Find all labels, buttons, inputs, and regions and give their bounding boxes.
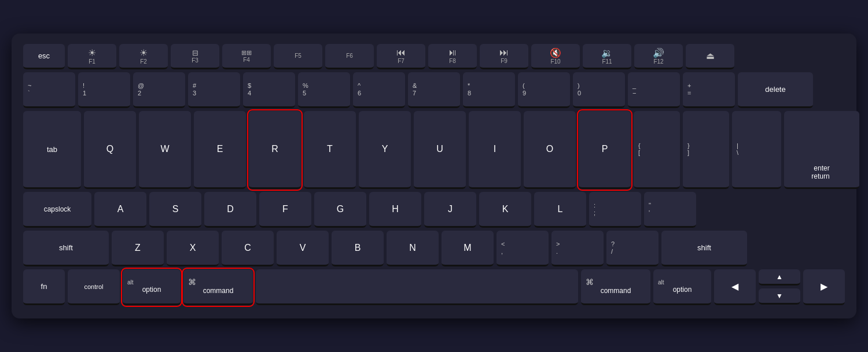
- key-8[interactable]: * 8: [463, 72, 515, 108]
- key-tilde[interactable]: ~ `: [23, 72, 75, 108]
- key-9[interactable]: ( 9: [518, 72, 570, 108]
- key-comma[interactable]: < ,: [496, 231, 549, 266]
- key-equal[interactable]: + =: [683, 72, 735, 108]
- key-v[interactable]: V: [277, 231, 329, 266]
- key-capslock[interactable]: capslock: [23, 192, 91, 228]
- key-f6[interactable]: F6: [325, 44, 374, 69]
- key-l[interactable]: L: [534, 192, 586, 228]
- key-slash[interactable]: ? /: [606, 231, 659, 266]
- key-tab[interactable]: tab: [23, 111, 81, 189]
- key-6[interactable]: ^ 6: [353, 72, 405, 108]
- key-arrow-down[interactable]: ▼: [759, 288, 800, 305]
- key-rbracket[interactable]: } ]: [683, 111, 729, 189]
- key-e[interactable]: E: [194, 111, 246, 189]
- key-m[interactable]: M: [442, 231, 494, 266]
- key-control[interactable]: control: [68, 269, 120, 305]
- key-power[interactable]: ⏏: [686, 44, 734, 69]
- bottom-row: fn control alt option ⌘ command ⌘ comman…: [23, 269, 845, 305]
- key-delete[interactable]: delete: [738, 72, 813, 108]
- key-t[interactable]: T: [304, 111, 356, 189]
- key-j[interactable]: J: [424, 192, 476, 228]
- qwerty-row: tab Q W E R T Y U I O P: [23, 111, 845, 189]
- key-4[interactable]: $ 4: [243, 72, 295, 108]
- key-5[interactable]: % 5: [298, 72, 350, 108]
- key-d[interactable]: D: [204, 192, 256, 228]
- key-3[interactable]: # 3: [188, 72, 240, 108]
- key-f9[interactable]: ⏭ F9: [480, 44, 528, 69]
- key-x[interactable]: X: [167, 231, 219, 266]
- zxcv-row: shift Z X C V B N M < , > .: [23, 231, 845, 266]
- key-7[interactable]: & 7: [408, 72, 460, 108]
- key-z[interactable]: Z: [112, 231, 164, 266]
- key-space[interactable]: [256, 269, 578, 305]
- key-i[interactable]: I: [469, 111, 521, 189]
- key-f[interactable]: F: [259, 192, 311, 228]
- key-r[interactable]: R: [249, 111, 301, 189]
- key-a[interactable]: A: [94, 192, 146, 228]
- key-n[interactable]: N: [387, 231, 439, 266]
- key-g[interactable]: G: [314, 192, 366, 228]
- key-c[interactable]: C: [222, 231, 274, 266]
- key-f11[interactable]: 🔉 F11: [583, 44, 631, 69]
- key-2[interactable]: @ 2: [133, 72, 185, 108]
- key-f10[interactable]: 🔇 F10: [531, 44, 580, 69]
- key-enter[interactable]: enterreturn: [784, 111, 859, 189]
- key-o[interactable]: O: [524, 111, 576, 189]
- key-f2[interactable]: ☀ F2: [119, 44, 168, 69]
- key-arrow-up[interactable]: ▲: [759, 269, 800, 286]
- key-shift-left[interactable]: shift: [23, 231, 109, 266]
- key-k[interactable]: K: [479, 192, 531, 228]
- key-lbracket[interactable]: { [: [634, 111, 680, 189]
- key-f3[interactable]: ⊟ F3: [171, 44, 219, 69]
- key-h[interactable]: H: [369, 192, 421, 228]
- key-minus[interactable]: _ −: [628, 72, 680, 108]
- keyboard: esc ☀ F1 ☀ F2 ⊟ F3 ⊞⊞ F4 F5 F6 ⏮ F7 ⏯: [12, 34, 856, 318]
- asdf-row: capslock A S D F G H J K L : ;: [23, 192, 845, 228]
- key-s[interactable]: S: [149, 192, 201, 228]
- key-f1[interactable]: ☀ F1: [68, 44, 116, 69]
- key-f8[interactable]: ⏯ F8: [428, 44, 477, 69]
- key-option-left[interactable]: alt option: [123, 269, 181, 305]
- key-y[interactable]: Y: [359, 111, 411, 189]
- key-f12[interactable]: 🔊 F12: [634, 44, 683, 69]
- key-command-right[interactable]: ⌘ command: [581, 269, 650, 305]
- key-f4[interactable]: ⊞⊞ F4: [222, 44, 271, 69]
- key-p[interactable]: P: [579, 111, 631, 189]
- key-q[interactable]: Q: [84, 111, 136, 189]
- key-option-right[interactable]: alt option: [653, 269, 711, 305]
- key-semicolon[interactable]: : ;: [589, 192, 641, 228]
- key-command-left[interactable]: ⌘ command: [183, 269, 253, 305]
- key-esc[interactable]: esc: [23, 44, 65, 69]
- key-arrow-right[interactable]: ▶: [803, 269, 845, 305]
- key-f5[interactable]: F5: [274, 44, 322, 69]
- num-row: ~ ` ! 1 @ 2 # 3 $ 4 % 5 ^ 6 & 7: [23, 72, 845, 108]
- key-shift-right[interactable]: shift: [661, 231, 747, 266]
- key-quote[interactable]: " ': [644, 192, 696, 228]
- key-backslash[interactable]: | \: [732, 111, 781, 189]
- key-period[interactable]: > .: [551, 231, 604, 266]
- key-u[interactable]: U: [414, 111, 466, 189]
- fn-row: esc ☀ F1 ☀ F2 ⊟ F3 ⊞⊞ F4 F5 F6 ⏮ F7 ⏯: [23, 44, 845, 69]
- key-arrow-left[interactable]: ◀: [714, 269, 756, 305]
- key-w[interactable]: W: [139, 111, 191, 189]
- key-fn[interactable]: fn: [23, 269, 65, 305]
- key-b[interactable]: B: [332, 231, 384, 266]
- key-0[interactable]: ) 0: [573, 72, 625, 108]
- key-f7[interactable]: ⏮ F7: [377, 44, 425, 69]
- key-1[interactable]: ! 1: [78, 72, 130, 108]
